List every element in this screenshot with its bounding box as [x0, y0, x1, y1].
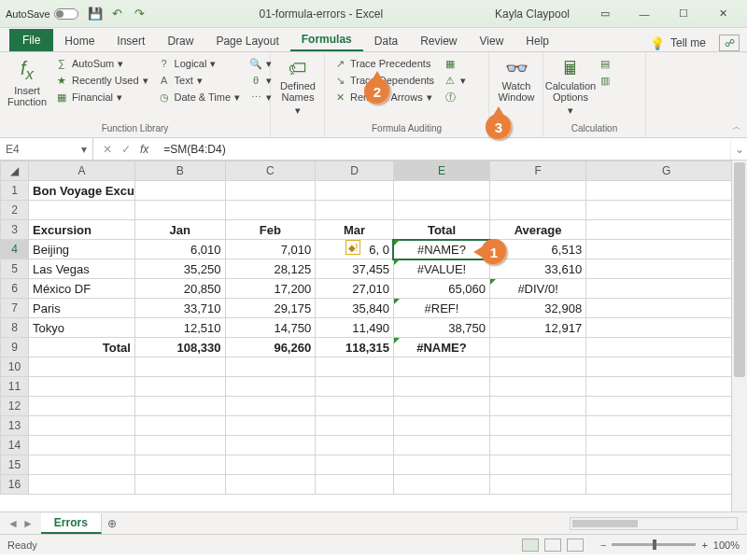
cell[interactable]: 35,840	[316, 299, 394, 318]
cell[interactable]: 6,010	[134, 240, 225, 259]
cell[interactable]	[586, 436, 747, 455]
cell[interactable]: 11,490	[316, 318, 394, 338]
cell[interactable]	[225, 377, 316, 397]
cell[interactable]	[586, 318, 747, 338]
tab-draw[interactable]: Draw	[156, 31, 204, 51]
row-header[interactable]: 14	[1, 436, 29, 455]
cell[interactable]: 33,610	[490, 259, 586, 279]
row-header[interactable]: 8	[1, 318, 29, 338]
normal-view-icon[interactable]	[522, 539, 539, 552]
cell[interactable]	[316, 181, 394, 201]
tab-page-layout[interactable]: Page Layout	[204, 31, 289, 51]
row-header[interactable]: 1	[1, 181, 29, 201]
cell[interactable]	[393, 475, 489, 495]
cell[interactable]: 37,455	[316, 259, 394, 279]
user-name[interactable]: Kayla Claypool	[495, 7, 570, 21]
defined-names-button[interactable]: 🏷 Defined Names▾	[276, 56, 319, 118]
cell[interactable]: Jan	[134, 220, 225, 240]
cell[interactable]	[490, 377, 586, 397]
calculate-now-button[interactable]: ▤	[596, 56, 614, 71]
cell[interactable]	[586, 259, 747, 279]
error-smart-tag-icon[interactable]: ◆!	[345, 240, 360, 255]
expand-formula-bar-icon[interactable]: ⌄	[730, 138, 747, 160]
cell[interactable]	[490, 397, 586, 416]
accept-formula-icon[interactable]: ✓	[121, 143, 131, 156]
cell[interactable]	[225, 436, 316, 455]
cell[interactable]: Total	[29, 338, 135, 357]
sheet-tab-errors[interactable]: Errors	[41, 513, 102, 534]
col-header[interactable]: C	[225, 161, 316, 181]
cancel-formula-icon[interactable]: ✕	[103, 143, 112, 156]
cell[interactable]: 27,010	[316, 279, 394, 299]
cell[interactable]	[316, 475, 394, 495]
recently-used-button[interactable]: ★Recently Used ▾	[52, 73, 151, 88]
cell[interactable]	[316, 436, 394, 455]
cell[interactable]	[490, 201, 586, 220]
cell[interactable]: 38,750	[393, 318, 489, 338]
cell[interactable]	[316, 357, 394, 377]
zoom-control[interactable]: − + 100%	[600, 539, 740, 551]
cell[interactable]	[490, 338, 586, 357]
financial-button[interactable]: ▦Financial ▾	[52, 90, 151, 105]
cell[interactable]	[134, 397, 225, 416]
cell[interactable]	[586, 220, 747, 240]
row-header[interactable]: 3	[1, 220, 29, 240]
tab-review[interactable]: Review	[409, 31, 468, 51]
col-header[interactable]: D	[316, 161, 394, 181]
watch-window-button[interactable]: 👓 Watch Window	[495, 56, 538, 105]
cell[interactable]	[225, 455, 316, 475]
cell[interactable]	[316, 455, 394, 475]
col-header[interactable]: F	[490, 161, 586, 181]
cell[interactable]: Total	[393, 220, 489, 240]
cell[interactable]	[586, 475, 747, 495]
zoom-in-icon[interactable]: +	[701, 539, 707, 551]
tab-view[interactable]: View	[469, 31, 515, 51]
cell[interactable]	[29, 357, 135, 377]
zoom-level[interactable]: 100%	[713, 539, 740, 551]
vertical-scrollbar[interactable]	[731, 161, 747, 511]
prev-sheet-icon[interactable]: ◄	[7, 517, 19, 530]
text-button[interactable]: AText ▾	[155, 73, 244, 88]
cell[interactable]: México DF	[29, 279, 135, 299]
cell[interactable]	[586, 299, 747, 318]
cell[interactable]	[586, 416, 747, 436]
cell[interactable]	[134, 201, 225, 220]
ribbon-options-icon[interactable]: ▭	[586, 1, 624, 27]
col-header[interactable]: B	[134, 161, 225, 181]
cell[interactable]: #NAME?	[393, 338, 489, 357]
cell[interactable]: 65,060	[393, 279, 489, 299]
cell[interactable]: 12,510	[134, 318, 225, 338]
tell-me-search[interactable]: Tell me	[670, 36, 706, 49]
tab-insert[interactable]: Insert	[106, 31, 156, 51]
cell[interactable]: 108,330	[134, 338, 225, 357]
autosum-button[interactable]: ∑AutoSum ▾	[52, 56, 151, 71]
scroll-thumb[interactable]	[734, 162, 745, 377]
minimize-button[interactable]: —	[626, 1, 663, 27]
cell[interactable]	[490, 181, 586, 201]
close-button[interactable]: ✕	[704, 1, 741, 27]
horizontal-scrollbar[interactable]	[570, 517, 738, 530]
row-header[interactable]: 5	[1, 259, 29, 279]
row-header[interactable]: 7	[1, 299, 29, 318]
row-header[interactable]: 6	[1, 279, 29, 299]
cell[interactable]	[586, 240, 747, 259]
cell[interactable]	[586, 201, 747, 220]
cell[interactable]	[29, 416, 135, 436]
cell[interactable]	[393, 436, 489, 455]
cell[interactable]: #VALUE!	[393, 259, 489, 279]
cell[interactable]	[134, 475, 225, 495]
cell[interactable]	[586, 397, 747, 416]
cell[interactable]	[490, 416, 586, 436]
cell[interactable]	[490, 357, 586, 377]
cell[interactable]: 35,250	[134, 259, 225, 279]
add-sheet-button[interactable]: ⊕	[102, 517, 122, 530]
cell[interactable]: 96,260	[225, 338, 316, 357]
redo-icon[interactable]: ↷	[133, 7, 148, 21]
cell[interactable]	[29, 201, 135, 220]
row-header[interactable]: 4	[1, 240, 29, 259]
evaluate-formula-button[interactable]: ⓕ	[441, 90, 469, 105]
calculation-options-button[interactable]: 🖩 Calculation Options▾	[549, 56, 592, 118]
cell[interactable]	[225, 181, 316, 201]
cell[interactable]	[134, 181, 225, 201]
date-time-button[interactable]: ◷Date & Time ▾	[155, 90, 244, 105]
